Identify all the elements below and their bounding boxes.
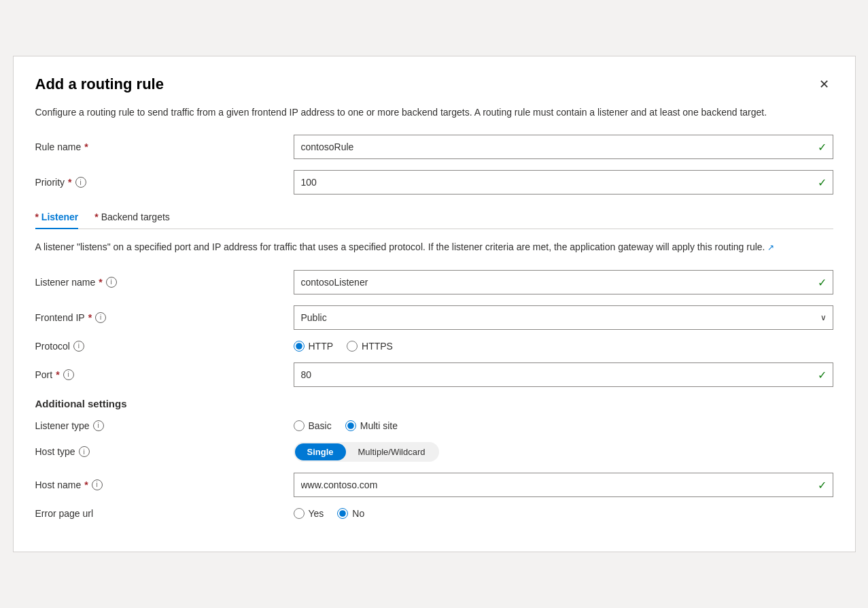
tab-backend-targets[interactable]: * Backend targets — [94, 206, 170, 229]
dialog-title: Add a routing rule — [35, 75, 164, 93]
error-page-url-label: Error page url — [35, 508, 294, 519]
error-page-yes-radio[interactable] — [294, 508, 305, 519]
listener-name-check-icon: ✓ — [818, 275, 827, 288]
frontend-ip-row: Frontend IP * i Public Private ∨ — [35, 305, 833, 330]
port-label: Port * i — [35, 369, 294, 380]
tabs-container: * Listener * Backend targets — [35, 205, 833, 229]
priority-check-icon: ✓ — [818, 176, 827, 189]
port-input-wrapper: ✓ — [294, 362, 833, 387]
error-page-yes-option[interactable]: Yes — [294, 508, 324, 519]
listener-name-row: Listener name * i ✓ — [35, 270, 833, 294]
frontend-ip-label: Frontend IP * i — [35, 312, 294, 323]
listener-name-input-wrapper: ✓ — [294, 270, 833, 294]
protocol-https-option[interactable]: HTTPS — [347, 341, 393, 352]
listener-tab-content: A listener "listens" on a specified port… — [35, 240, 833, 519]
protocol-info-icon[interactable]: i — [73, 341, 84, 352]
listener-type-basic-radio[interactable] — [294, 420, 305, 431]
listener-type-info-icon[interactable]: i — [93, 420, 104, 431]
required-star: * — [84, 141, 88, 152]
listener-type-multisite-option[interactable]: Multi site — [345, 420, 398, 431]
dialog-header: Add a routing rule ✕ — [35, 75, 833, 93]
priority-required-star: * — [68, 177, 71, 188]
listener-type-row: Listener type i Basic Multi site — [35, 420, 833, 431]
host-type-toggle-group: Single Multiple/Wildcard — [294, 442, 439, 462]
port-check-icon: ✓ — [818, 368, 827, 381]
listener-name-input[interactable] — [294, 270, 833, 294]
protocol-radio-group: HTTP HTTPS — [294, 341, 833, 352]
learn-more-link[interactable]: ↗ — [767, 243, 774, 252]
port-info-icon[interactable]: i — [63, 369, 74, 380]
host-name-label: Host name * i — [35, 479, 294, 490]
frontend-ip-select[interactable]: Public Private — [294, 305, 833, 330]
priority-info-icon[interactable]: i — [75, 177, 86, 188]
host-type-label: Host type i — [35, 446, 294, 457]
rule-name-input-wrapper: ✓ — [294, 135, 833, 159]
host-type-info-icon[interactable]: i — [79, 446, 90, 457]
port-input[interactable] — [294, 362, 833, 387]
frontend-ip-info-icon[interactable]: i — [95, 312, 106, 323]
add-routing-rule-dialog: Add a routing rule ✕ Configure a routing… — [13, 56, 856, 552]
listener-type-basic-option[interactable]: Basic — [294, 420, 332, 431]
listener-type-multisite-radio[interactable] — [345, 420, 356, 431]
priority-input-wrapper: ✓ — [294, 170, 833, 195]
tab-listener[interactable]: * Listener — [35, 206, 79, 229]
additional-settings-label: Additional settings — [35, 398, 833, 409]
rule-name-label: Rule name * — [35, 141, 294, 152]
listener-name-label: Listener name * i — [35, 277, 294, 288]
protocol-http-radio[interactable] — [294, 341, 305, 352]
host-name-info-icon[interactable]: i — [92, 479, 103, 490]
close-button[interactable]: ✕ — [815, 75, 833, 93]
host-name-input[interactable] — [294, 473, 833, 497]
protocol-https-radio[interactable] — [347, 341, 358, 352]
error-page-url-row: Error page url Yes No — [35, 508, 833, 519]
host-type-row: Host type i Single Multiple/Wildcard — [35, 442, 833, 462]
protocol-row: Protocol i HTTP HTTPS — [35, 341, 833, 352]
host-type-single-btn[interactable]: Single — [295, 443, 346, 460]
host-name-check-icon: ✓ — [818, 478, 827, 491]
listener-name-info-icon[interactable]: i — [106, 277, 117, 288]
error-page-no-radio[interactable] — [337, 508, 348, 519]
protocol-label: Protocol i — [35, 341, 294, 352]
listener-type-radio-group: Basic Multi site — [294, 420, 833, 431]
frontend-ip-select-wrapper: Public Private ∨ — [294, 305, 833, 330]
error-page-url-radio-group: Yes No — [294, 508, 833, 519]
host-name-input-wrapper: ✓ — [294, 473, 833, 497]
priority-input[interactable] — [294, 170, 833, 195]
error-page-no-option[interactable]: No — [337, 508, 364, 519]
priority-label: Priority * i — [35, 177, 294, 188]
listener-type-label: Listener type i — [35, 420, 294, 431]
host-name-row: Host name * i ✓ — [35, 473, 833, 497]
priority-row: Priority * i ✓ — [35, 170, 833, 195]
host-type-multiple-btn[interactable]: Multiple/Wildcard — [346, 443, 438, 460]
port-row: Port * i ✓ — [35, 362, 833, 387]
check-icon: ✓ — [818, 141, 827, 154]
protocol-http-option[interactable]: HTTP — [294, 341, 334, 352]
rule-name-input[interactable] — [294, 135, 833, 159]
listener-description: A listener "listens" on a specified port… — [35, 240, 833, 255]
dialog-description: Configure a routing rule to send traffic… — [35, 105, 833, 120]
rule-name-row: Rule name * ✓ — [35, 135, 833, 159]
